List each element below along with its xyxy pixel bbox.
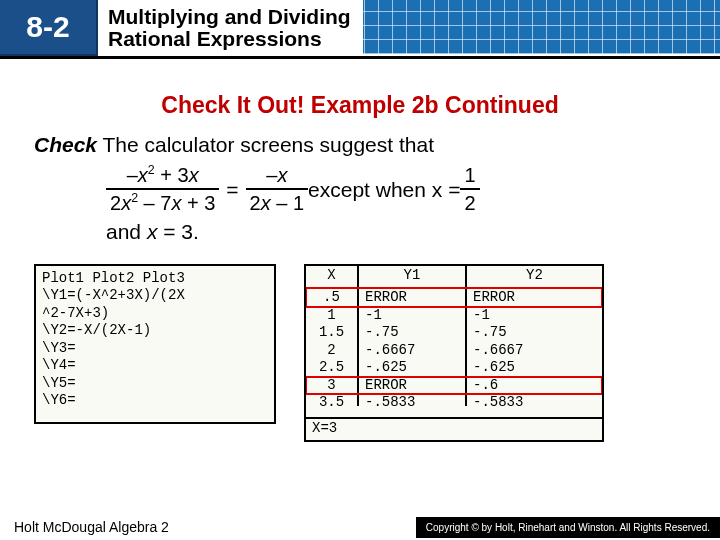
cell-x: .5 <box>306 288 358 307</box>
cell-y2: -.625 <box>466 359 602 377</box>
cell-y2: -1 <box>466 307 602 325</box>
half-num: 1 <box>460 162 479 188</box>
title-line-2: Rational Expressions <box>108 28 351 50</box>
slide-header: 8-2 Multiplying and Dividing Rational Ex… <box>0 0 720 72</box>
calc-screen-table: X Y1 Y2 .5ERRORERROR 1-1-1 1.5-.75-.75 2… <box>304 264 604 442</box>
equation-row: –x2 + 3x 2x2 – 7x + 3 = –x 2x – 1 except… <box>106 162 686 216</box>
rhs-num: –x <box>262 162 291 188</box>
header-divider <box>0 56 720 59</box>
table-row: 1-1-1 <box>306 307 602 325</box>
cell-y1: -.625 <box>358 359 466 377</box>
th-x: X <box>306 266 358 289</box>
cell-y1: -1 <box>358 307 466 325</box>
scr1-l2: \Y1=(-X^2+3X)/(2X <box>42 287 268 305</box>
cell-x: 2 <box>306 342 358 360</box>
table-header-row: X Y1 Y2 <box>306 266 602 289</box>
lesson-number-box: 8-2 <box>0 0 98 56</box>
title-line-1: Multiplying and Dividing <box>108 6 351 28</box>
example-subtitle: Check It Out! Example 2b Continued <box>0 92 720 119</box>
table-row: .5ERRORERROR <box>306 288 602 307</box>
cell-y2: -.6 <box>466 377 602 395</box>
th-y1: Y1 <box>358 266 466 289</box>
title-bar: Multiplying and Dividing Rational Expres… <box>98 0 363 56</box>
lhs-den: 2x2 – 7x + 3 <box>106 190 219 216</box>
scr1-l3: ^2-7X+3) <box>42 305 268 323</box>
scr1-l6: \Y4= <box>42 357 268 375</box>
table-row: 1.5-.75-.75 <box>306 324 602 342</box>
cell-x: 3 <box>306 377 358 395</box>
check-label: Check <box>34 133 97 156</box>
cell-y2: -.75 <box>466 324 602 342</box>
cell-x: 2.5 <box>306 359 358 377</box>
cell-y1: ERROR <box>358 288 466 307</box>
cell-y1: -.6667 <box>358 342 466 360</box>
body-content: Check The calculator screens suggest tha… <box>0 119 720 246</box>
except-text: except when x = <box>308 176 460 203</box>
lesson-number: 8-2 <box>26 10 69 44</box>
cell-x: 1 <box>306 307 358 325</box>
publisher-text: Holt McDougal Algebra 2 <box>0 519 169 535</box>
fraction-half: 1 2 <box>460 162 479 216</box>
copyright-text: Copyright © by Holt, Rinehart and Winsto… <box>416 517 720 538</box>
cell-y2: ERROR <box>466 288 602 307</box>
calc-table-footer: X=3 <box>306 417 602 440</box>
cell-x: 3.5 <box>306 394 358 406</box>
scr1-l5: \Y3= <box>42 340 268 358</box>
calc-screen-y-editor: Plot1 Plot2 Plot3 \Y1=(-X^2+3X)/(2X ^2-7… <box>34 264 276 424</box>
tail-text: and x = 3. <box>106 220 199 243</box>
scr1-l7: \Y5= <box>42 375 268 393</box>
rhs-den: 2x – 1 <box>246 190 308 216</box>
equals-sign: = <box>219 176 245 203</box>
scr1-l1: Plot1 Plot2 Plot3 <box>42 270 268 288</box>
table-row: 3ERROR-.6 <box>306 377 602 395</box>
calculator-screens: Plot1 Plot2 Plot3 \Y1=(-X^2+3X)/(2X ^2-7… <box>34 264 720 442</box>
scr1-l4: \Y2=-X/(2X-1) <box>42 322 268 340</box>
slide-footer: Holt McDougal Algebra 2 Copyright © by H… <box>0 514 720 540</box>
table-row: 2-.6667-.6667 <box>306 342 602 360</box>
lead-line: Check The calculator screens suggest tha… <box>34 131 686 158</box>
calc-table: X Y1 Y2 .5ERRORERROR 1-1-1 1.5-.75-.75 2… <box>306 266 602 406</box>
cell-y1: -.75 <box>358 324 466 342</box>
lhs-num: –x2 + 3x <box>123 162 203 188</box>
table-row: 2.5-.625-.625 <box>306 359 602 377</box>
lead-rest: The calculator screens suggest that <box>97 133 434 156</box>
cell-y2: -.6667 <box>466 342 602 360</box>
tail-line: and x = 3. <box>106 218 686 245</box>
half-den: 2 <box>460 190 479 216</box>
table-row: 3.5-.5833-.5833 <box>306 394 602 406</box>
scr1-l8: \Y6= <box>42 392 268 410</box>
th-y2: Y2 <box>466 266 602 289</box>
cell-x: 1.5 <box>306 324 358 342</box>
cell-y1: ERROR <box>358 377 466 395</box>
cell-y2: -.5833 <box>466 394 602 406</box>
fraction-lhs: –x2 + 3x 2x2 – 7x + 3 <box>106 162 219 216</box>
cell-y1: -.5833 <box>358 394 466 406</box>
fraction-rhs: –x 2x – 1 <box>246 162 308 216</box>
